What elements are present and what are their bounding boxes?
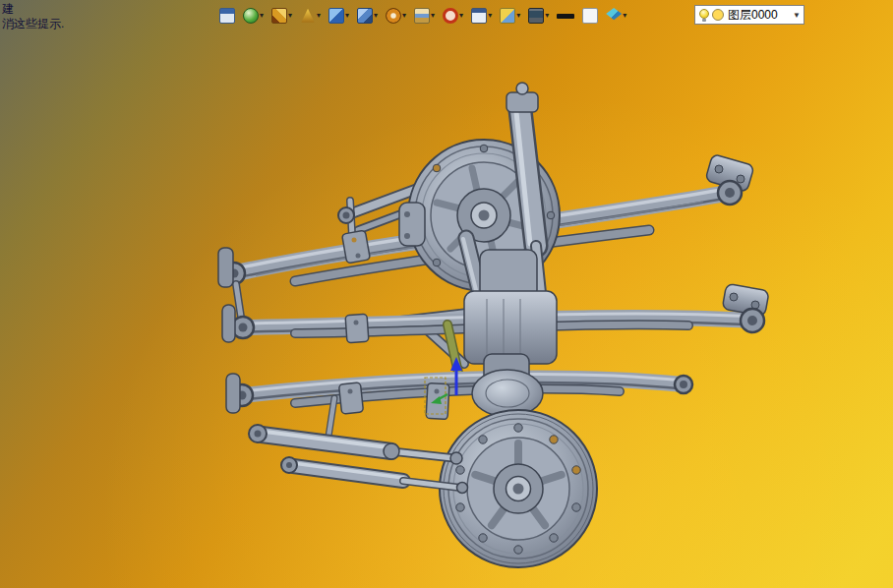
layer-name: 图层0000 bbox=[728, 7, 791, 24]
viewport-icon[interactable]: ▾ bbox=[470, 7, 493, 25]
dropdown-arrow-icon[interactable]: ▾ bbox=[431, 12, 435, 20]
brush-icon[interactable]: ▾ bbox=[270, 7, 293, 25]
hint-line-1: 建 bbox=[2, 2, 64, 17]
rotate-icon[interactable]: ▾ bbox=[442, 7, 464, 25]
dropdown-arrow-icon[interactable]: ▾ bbox=[459, 12, 463, 20]
image-icon bbox=[414, 8, 430, 24]
torus-icon[interactable]: ▾ bbox=[385, 7, 407, 25]
display-icon bbox=[528, 8, 544, 24]
model-3d bbox=[0, 0, 893, 588]
line-width-icon[interactable] bbox=[556, 13, 575, 20]
color-swatch-icon[interactable] bbox=[581, 7, 599, 25]
material-sphere-icon[interactable]: ▾ bbox=[242, 7, 265, 25]
dropdown-arrow-icon[interactable]: ▾ bbox=[374, 12, 378, 20]
cone-icon[interactable]: ▾ bbox=[299, 7, 322, 25]
hint-line-2: 消这些提示. bbox=[2, 17, 64, 31]
image-icon[interactable]: ▾ bbox=[413, 7, 436, 25]
dropdown-arrow-icon[interactable]: ▾ bbox=[317, 12, 321, 20]
torus-icon bbox=[386, 8, 401, 24]
measure-icon[interactable]: ▾ bbox=[499, 7, 521, 25]
dropdown-arrow-icon[interactable]: ▾ bbox=[288, 12, 292, 20]
layers-icon[interactable]: ▾ bbox=[605, 7, 627, 25]
measure-icon bbox=[500, 8, 515, 24]
brush-icon bbox=[271, 8, 287, 24]
material-sphere-icon bbox=[243, 8, 259, 24]
rotate-icon bbox=[443, 8, 458, 24]
line-width-icon bbox=[557, 14, 574, 19]
bulb-icon[interactable] bbox=[699, 9, 709, 22]
toolbar: ▾▾▾▾▾▾▾▾▾▾▾▾ bbox=[218, 5, 627, 27]
dropdown-arrow-icon[interactable]: ▾ bbox=[345, 12, 349, 20]
dropdown-arrow-icon[interactable]: ▾ bbox=[516, 12, 520, 20]
dropdown-arrow-icon[interactable]: ▾ bbox=[488, 12, 492, 20]
display-icon[interactable]: ▾ bbox=[527, 7, 550, 25]
layer-color-icon bbox=[712, 9, 724, 21]
chevron-down-icon[interactable]: ▼ bbox=[791, 11, 801, 20]
cube-icon[interactable]: ▾ bbox=[327, 7, 350, 25]
app-window: 建 消这些提示. ▾▾▾▾▾▾▾▾▾▾▾▾ 图层0000 ▼ bbox=[0, 0, 893, 588]
cube-icon bbox=[328, 8, 344, 24]
color-swatch-icon bbox=[582, 8, 598, 24]
boxes-icon[interactable]: ▾ bbox=[356, 7, 379, 25]
layer-selector[interactable]: 图层0000 ▼ bbox=[694, 5, 804, 25]
boxes-icon bbox=[357, 8, 373, 24]
dropdown-arrow-icon[interactable]: ▾ bbox=[623, 12, 626, 20]
render-settings-icon bbox=[219, 8, 235, 24]
dropdown-arrow-icon[interactable]: ▾ bbox=[402, 12, 406, 20]
render-settings-icon[interactable] bbox=[218, 7, 236, 25]
viewport-icon bbox=[471, 8, 487, 24]
toolbar-icons: ▾▾▾▾▾▾▾▾▾▾▾▾ bbox=[218, 7, 627, 25]
dropdown-arrow-icon[interactable]: ▾ bbox=[545, 12, 549, 20]
dropdown-arrow-icon[interactable]: ▾ bbox=[260, 12, 264, 20]
cone-icon bbox=[300, 8, 316, 24]
layers-icon bbox=[606, 8, 622, 24]
viewport-3d[interactable] bbox=[0, 0, 893, 588]
hint-text: 建 消这些提示. bbox=[2, 2, 64, 31]
